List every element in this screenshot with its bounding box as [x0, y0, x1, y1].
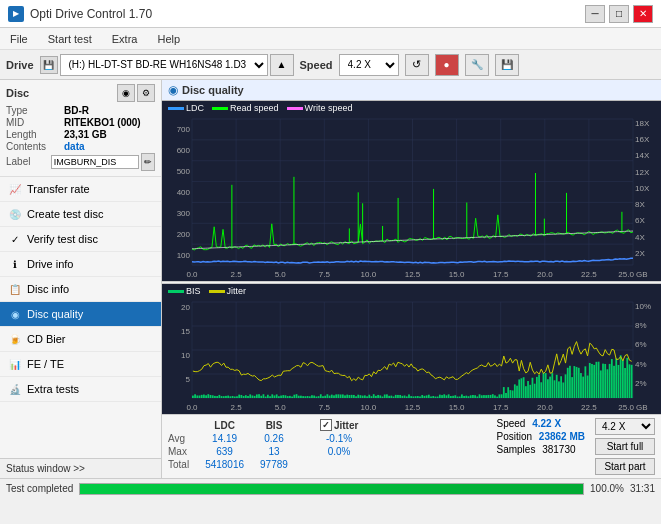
max-spacer [296, 445, 312, 458]
label-edit-btn[interactable]: ✏ [141, 153, 155, 171]
contents-value: data [64, 141, 85, 152]
nav-verify-test-disc[interactable]: ✓ Verify test disc [0, 227, 161, 252]
nav-cd-bier-label: CD Bier [27, 333, 66, 345]
chart-title: Disc quality [182, 84, 244, 96]
type-label: Type [6, 105, 64, 116]
nav-create-test-disc[interactable]: 💿 Create test disc [0, 202, 161, 227]
right-panel: ◉ Disc quality LDC Read speed [162, 80, 661, 478]
minimize-button[interactable]: ─ [585, 5, 605, 23]
nav-transfer-rate-label: Transfer rate [27, 183, 90, 195]
nav-extra-tests[interactable]: 🔬 Extra tests [0, 377, 161, 402]
menu-bar: File Start test Extra Help [0, 28, 661, 50]
progress-area: Test completed 100.0% 31:31 [0, 478, 661, 498]
read-speed-legend-label: Read speed [230, 103, 279, 113]
col-header-ldc: LDC [197, 418, 252, 432]
disc-info-icon: 📋 [8, 282, 22, 296]
start-full-button[interactable]: Start full [595, 438, 655, 455]
length-label: Length [6, 129, 64, 140]
drive-label: Drive [6, 59, 34, 71]
save-button[interactable]: 💾 [495, 54, 519, 76]
bottom-chart-canvas [162, 284, 661, 414]
disc-header: Disc ◉ ⚙ [6, 84, 155, 102]
mid-value: RITEKBO1 (000) [64, 117, 141, 128]
disc-icon-buttons: ◉ ⚙ [117, 84, 155, 102]
app-title: Opti Drive Control 1.70 [30, 7, 152, 21]
type-value: BD-R [64, 105, 89, 116]
avg-label: Avg [168, 432, 197, 445]
nav-fe-te[interactable]: 📊 FE / TE [0, 352, 161, 377]
cd-bier-icon: 🍺 [8, 332, 22, 346]
nav-transfer-rate[interactable]: 📈 Transfer rate [0, 177, 161, 202]
samples-row: Samples 381730 [497, 444, 586, 455]
stats-table: LDC BIS ✓ Jitter [168, 418, 487, 471]
action-buttons: 4.2 X Start full Start part [595, 418, 655, 475]
disc-section: Disc ◉ ⚙ Type BD-R MID RITEKBO1 (000) Le… [0, 80, 161, 177]
write-speed-legend: Write speed [287, 103, 353, 113]
read-speed-legend-color [212, 107, 228, 110]
menu-extra[interactable]: Extra [106, 31, 144, 47]
disc-icon-btn-2[interactable]: ⚙ [137, 84, 155, 102]
disc-quality-icon: ◉ [8, 307, 22, 321]
max-jitter: 0.0% [312, 445, 366, 458]
nav-disc-info[interactable]: 📋 Disc info [0, 277, 161, 302]
speed-dropdown[interactable]: 4.2 X [595, 418, 655, 435]
col-header-spacer [296, 418, 312, 432]
total-ldc: 5418016 [197, 458, 252, 471]
create-test-disc-icon: 💿 [8, 207, 22, 221]
menu-help[interactable]: Help [151, 31, 186, 47]
jitter-checkbox[interactable]: ✓ [320, 419, 332, 431]
close-button[interactable]: ✕ [633, 5, 653, 23]
progress-percent: 100.0% [590, 483, 624, 494]
max-ldc: 639 [197, 445, 252, 458]
bottom-chart: BIS Jitter [162, 284, 661, 414]
nav-extra-tests-label: Extra tests [27, 383, 79, 395]
status-window-button[interactable]: Status window >> [0, 458, 161, 478]
verify-test-disc-icon: ✓ [8, 232, 22, 246]
nav-cd-bier[interactable]: 🍺 CD Bier [0, 327, 161, 352]
app-icon [8, 6, 24, 22]
eject-button[interactable]: ▲ [270, 54, 294, 76]
write-speed-legend-color [287, 107, 303, 110]
contents-label: Contents [6, 141, 64, 152]
col-header-jitter: ✓ Jitter [312, 418, 366, 432]
jitter-col-label: Jitter [334, 420, 358, 431]
max-row: Max 639 13 0.0% [168, 445, 366, 458]
refresh-button[interactable]: ↺ [405, 54, 429, 76]
title-controls: ─ □ ✕ [585, 5, 653, 23]
speed-label: Speed [300, 59, 333, 71]
bis-legend-label: BIS [186, 286, 201, 296]
disc-icon-btn-1[interactable]: ◉ [117, 84, 135, 102]
nav-create-test-disc-label: Create test disc [27, 208, 103, 220]
jitter-legend-color [209, 290, 225, 293]
nav-disc-quality[interactable]: ◉ Disc quality [0, 302, 161, 327]
position-info-value: 23862 MB [539, 431, 585, 442]
settings-button[interactable]: ● [435, 54, 459, 76]
fe-te-icon: 📊 [8, 357, 22, 371]
ldc-legend-color [168, 107, 184, 110]
max-label: Max [168, 445, 197, 458]
progress-time: 31:31 [630, 483, 655, 494]
menu-start-test[interactable]: Start test [42, 31, 98, 47]
ldc-legend-label: LDC [186, 103, 204, 113]
top-chart-legend: LDC Read speed Write speed [168, 103, 352, 113]
charts-container: LDC Read speed Write speed [162, 101, 661, 414]
disc-label-field: Label [6, 156, 51, 167]
nav-drive-info-label: Drive info [27, 258, 73, 270]
main-layout: Disc ◉ ⚙ Type BD-R MID RITEKBO1 (000) Le… [0, 80, 661, 478]
start-part-button[interactable]: Start part [595, 458, 655, 475]
disc-type-row: Type BD-R [6, 105, 155, 116]
transfer-rate-icon: 📈 [8, 182, 22, 196]
speed-selector[interactable]: 4.2 X [339, 54, 399, 76]
total-bis: 97789 [252, 458, 296, 471]
maximize-button[interactable]: □ [609, 5, 629, 23]
menu-file[interactable]: File [4, 31, 34, 47]
disc-label-input[interactable] [51, 155, 139, 169]
position-info-label: Position [497, 431, 533, 442]
info-button[interactable]: 🔧 [465, 54, 489, 76]
nav-drive-info[interactable]: ℹ Drive info [0, 252, 161, 277]
drive-selector[interactable]: (H:) HL-DT-ST BD-RE WH16NS48 1.D3 [60, 54, 268, 76]
total-spacer [296, 458, 312, 471]
progress-bar-container [79, 483, 584, 495]
avg-spacer [296, 432, 312, 445]
speed-info-label: Speed [497, 418, 526, 429]
